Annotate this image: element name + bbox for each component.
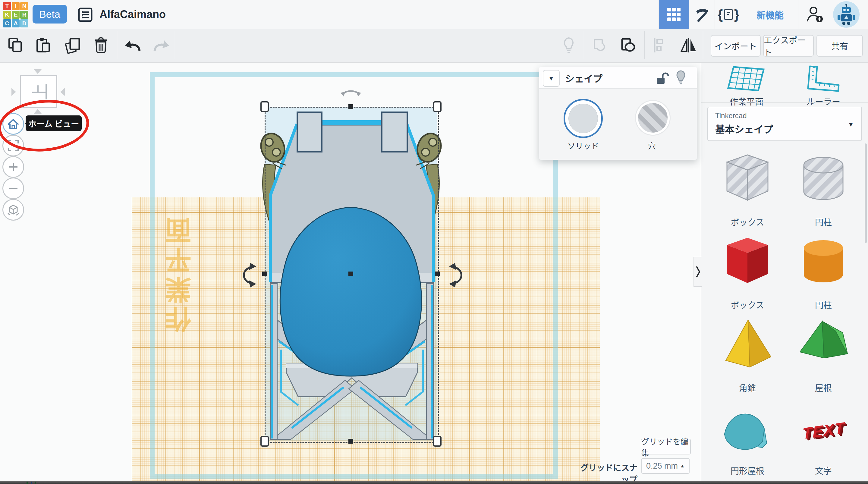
solid-swatch-circle xyxy=(568,104,598,133)
design-menu-button[interactable] xyxy=(78,7,93,24)
cylinder-solid-icon xyxy=(793,232,854,297)
cylinder-hole-icon xyxy=(793,149,854,214)
grid-icon xyxy=(667,7,681,22)
handle-mid-left[interactable] xyxy=(262,272,267,276)
logo-tile: E xyxy=(12,11,20,19)
pickaxe-icon xyxy=(694,6,710,23)
logo-tile: D xyxy=(20,19,28,27)
duplicate-button[interactable] xyxy=(60,29,86,61)
import-button[interactable]: インポート xyxy=(711,35,761,57)
mirror-button[interactable] xyxy=(676,29,702,61)
ruler-icon xyxy=(804,65,843,92)
caret-down-icon: ▼ xyxy=(847,121,854,128)
user-avatar[interactable] xyxy=(833,1,860,28)
export-button[interactable]: エクスポート xyxy=(763,35,814,57)
copy-button[interactable] xyxy=(2,29,28,61)
divider xyxy=(175,31,175,59)
zoom-in-button[interactable] xyxy=(2,156,24,178)
visibility-bulb-icon[interactable] xyxy=(675,70,687,86)
dashboard-grid-button[interactable] xyxy=(659,0,689,29)
snap-grid-select[interactable]: 0.25 mm ▲ xyxy=(641,458,689,474)
divider xyxy=(703,31,703,59)
viewcube-arrow-up[interactable] xyxy=(34,69,41,74)
scale-handle-bottom-right[interactable] xyxy=(433,436,441,447)
shape-item-box-hole[interactable]: ボックス xyxy=(710,149,785,228)
shape-library-select[interactable]: Tinkercad 基本シェイプ ▼ xyxy=(707,107,862,141)
box-solid-icon xyxy=(717,232,778,297)
box-hole-icon xyxy=(717,149,778,214)
ruler-tool[interactable]: ルーラー xyxy=(799,65,847,107)
scale-handle-top-left[interactable] xyxy=(260,101,269,112)
scale-handle-bottom-left[interactable] xyxy=(260,436,269,447)
annotation-red-circle xyxy=(0,96,91,155)
beta-badge[interactable]: Beta xyxy=(33,5,67,24)
undo-button[interactable] xyxy=(120,29,146,61)
logo-tile: I xyxy=(12,2,20,10)
solid-swatch[interactable] xyxy=(564,99,603,138)
delete-button[interactable] xyxy=(88,29,114,61)
rotate-handle-top[interactable] xyxy=(339,86,363,98)
rotate-handle-left[interactable] xyxy=(239,262,257,289)
codeblocks-button[interactable]: { } xyxy=(715,0,742,29)
codeblocks-doc-icon xyxy=(724,9,733,20)
shape-item-cylinder-solid[interactable]: 円柱 xyxy=(786,232,861,311)
workplane-icon xyxy=(727,65,766,92)
shape-label: 円形屋根 xyxy=(710,464,785,477)
inspector-collapse-button[interactable]: ▼ xyxy=(543,70,560,87)
shape-item-text[interactable]: TEXT 文字 xyxy=(786,398,861,477)
speck xyxy=(27,482,28,484)
logo-tile: N xyxy=(20,2,28,10)
caret-down-icon: ▼ xyxy=(548,75,554,82)
share-button[interactable]: 共有 xyxy=(816,35,863,57)
shape-item-round-roof[interactable]: 円形屋根 xyxy=(710,398,785,477)
shape-item-roof[interactable]: 屋根 xyxy=(786,315,861,394)
redo-button[interactable] xyxy=(148,29,174,61)
round-roof-icon xyxy=(717,398,778,463)
invite-user-button[interactable] xyxy=(798,0,831,29)
codeblocks-icon: } xyxy=(734,7,739,22)
workplane-tool[interactable]: 作業平面 xyxy=(722,65,771,107)
perspective-toggle-button[interactable] xyxy=(2,199,24,221)
handle-mid-bottom[interactable] xyxy=(348,439,353,444)
viewcube-arrow-left[interactable] xyxy=(11,88,16,96)
align-icon xyxy=(652,37,667,53)
shape-item-pyramid[interactable]: 角錐 xyxy=(710,315,785,394)
library-name: 基本シェイプ xyxy=(715,122,773,135)
paste-button[interactable] xyxy=(30,29,56,61)
tinkercad-logo[interactable]: T I N K E R C A D xyxy=(3,2,28,27)
design-title[interactable]: AlfaCaimano xyxy=(99,0,166,29)
align-button[interactable] xyxy=(647,29,673,61)
logo-tile: T xyxy=(3,2,11,10)
divider xyxy=(644,31,645,59)
edit-grid-button[interactable]: グリッドを編集 xyxy=(641,439,691,454)
sidebar-collapse-tab[interactable] xyxy=(693,257,702,287)
workplane-tool-label: 作業平面 xyxy=(722,95,771,107)
rotate-handle-right[interactable] xyxy=(448,262,467,289)
shape-item-box-solid[interactable]: ボックス xyxy=(710,232,785,311)
plus-icon xyxy=(8,162,19,172)
workplane-watermark: 作業平面 xyxy=(161,209,192,333)
divider xyxy=(701,102,868,103)
light-preview-button[interactable] xyxy=(556,29,582,61)
viewcube-top-label: 上 xyxy=(27,83,51,100)
undo-icon xyxy=(124,38,141,53)
sidebar-scrollbar[interactable] xyxy=(865,144,867,243)
new-features-link[interactable]: 新機能 xyxy=(742,0,798,29)
minecraft-button[interactable] xyxy=(689,0,715,29)
handle-center[interactable] xyxy=(348,272,353,276)
ungroup-button[interactable] xyxy=(615,29,641,61)
pyramid-icon xyxy=(717,315,778,380)
zoom-out-button[interactable] xyxy=(2,178,24,199)
snap-to-grid-label: グリッドにスナップ xyxy=(572,461,638,484)
shape-label: 屋根 xyxy=(786,382,861,394)
group-button[interactable] xyxy=(587,29,613,61)
hole-swatch[interactable] xyxy=(635,100,671,135)
handle-mid-right[interactable] xyxy=(435,272,440,276)
robot-avatar-image xyxy=(836,4,856,25)
unlock-icon[interactable] xyxy=(655,72,670,85)
scale-handle-top-right[interactable] xyxy=(433,101,441,112)
redo-icon xyxy=(153,38,170,53)
handle-mid-top[interactable] xyxy=(348,104,353,109)
shape-item-cylinder-hole[interactable]: 円柱 xyxy=(786,149,861,228)
viewcube-arrow-right[interactable] xyxy=(60,88,65,96)
